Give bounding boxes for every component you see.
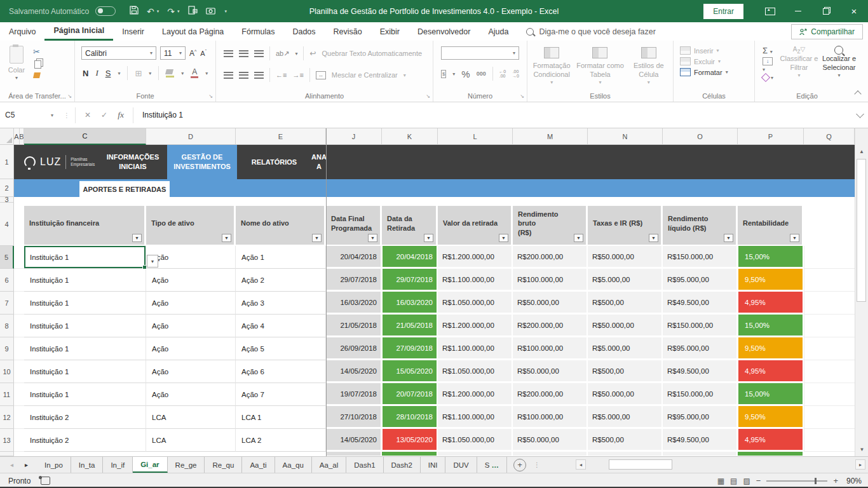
column-header-E[interactable]: E: [236, 128, 326, 145]
row-header-11[interactable]: 11: [0, 383, 14, 406]
horizontal-scroll-thumb[interactable]: [609, 459, 672, 470]
cell-profitability[interactable]: 4,95%: [738, 360, 804, 383]
row-header-7[interactable]: 7: [0, 292, 14, 315]
cell-final-date[interactable]: 27/10/2018: [326, 406, 382, 429]
decrease-decimal-icon[interactable]: .00→0: [512, 69, 519, 78]
cell-taxes[interactable]: R$500,00: [588, 429, 663, 452]
cell-asset-type[interactable]: Ação: [146, 269, 236, 292]
ribbon-tab-exibir[interactable]: Exibir: [371, 22, 409, 41]
scroll-right-icon[interactable]: ▸: [855, 459, 865, 470]
row-header-8[interactable]: 8: [0, 315, 14, 337]
borders-icon[interactable]: ⊞: [135, 69, 142, 78]
row-header-12[interactable]: 12: [0, 406, 14, 429]
cancel-entry-icon[interactable]: ✕: [85, 111, 91, 119]
cell-asset-name[interactable]: Ação 5: [236, 337, 326, 360]
horizontal-scrollbar[interactable]: ◂ ▸: [576, 457, 868, 472]
cell-asset-name[interactable]: Ação 4: [236, 315, 326, 337]
number-format-select[interactable]: ▾: [441, 46, 519, 60]
nav-tab-3[interactable]: ANA A: [311, 145, 327, 179]
macro-record-icon[interactable]: [41, 477, 50, 485]
vertical-scrollbar[interactable]: ▲ ▼: [855, 128, 868, 456]
cell-empty-q[interactable]: [804, 337, 855, 360]
minimize-button[interactable]: [784, 0, 812, 22]
cell-gross-income[interactable]: R$50.000,00: [513, 292, 588, 315]
row-header-4[interactable]: 4: [0, 203, 14, 246]
align-right-icon[interactable]: [254, 72, 264, 79]
cell-empty-q[interactable]: [804, 406, 855, 429]
sheet-tab-In_ta[interactable]: In_ta: [71, 457, 104, 473]
cell-profitability[interactable]: 4,95%: [738, 429, 804, 452]
ribbon-tab-ajuda[interactable]: Ajuda: [479, 22, 517, 41]
cell-final-date[interactable]: 20/04/2018: [326, 246, 382, 269]
cell-asset-type[interactable]: Ação: [146, 315, 236, 337]
sheet-tab-Aa_ti[interactable]: Aa_ti: [242, 457, 275, 473]
cell-withdraw-date[interactable]: 15/05/2020: [382, 360, 438, 383]
cut-icon[interactable]: ✂: [33, 47, 41, 57]
cell-asset-name[interactable]: Ação 6: [236, 360, 326, 383]
cell-empty-q[interactable]: [804, 246, 855, 269]
filter-icon[interactable]: ▼: [368, 234, 377, 242]
font-color-icon[interactable]: A: [191, 69, 198, 78]
zoom-slider[interactable]: [766, 480, 827, 482]
scroll-up-icon[interactable]: ▲: [855, 145, 868, 158]
fill-button[interactable]: ↓ ▾: [763, 57, 775, 72]
cell-empty-q[interactable]: [804, 315, 855, 337]
cell-asset-type[interactable]: Ação: [146, 337, 236, 360]
column-header-B[interactable]: B: [20, 128, 24, 145]
cell-empty-q[interactable]: [804, 360, 855, 383]
insert-function-icon[interactable]: fx: [118, 110, 124, 120]
cell-asset-name[interactable]: LCA 2: [236, 429, 326, 452]
cell-institution[interactable]: Instituição 1: [24, 360, 146, 383]
fill-color-icon[interactable]: [166, 69, 174, 78]
ribbon-tab-revisão[interactable]: Revisão: [325, 22, 371, 41]
cell-final-date[interactable]: 14/05/2020: [326, 360, 382, 383]
cell-empty-q[interactable]: [804, 269, 855, 292]
cell-asset-name[interactable]: Ação 2: [236, 269, 326, 292]
confirm-entry-icon[interactable]: ✓: [101, 111, 107, 119]
autosum-button[interactable]: Σ ▾: [763, 46, 775, 55]
filter-icon[interactable]: ▼: [132, 234, 142, 242]
cell-asset-type[interactable]: Ação: [146, 383, 236, 406]
cell-net-income[interactable]: R$49.500,00: [663, 429, 738, 452]
row-header-10[interactable]: 10: [0, 360, 14, 383]
cell-profitability[interactable]: 9,50%: [738, 406, 804, 429]
alignment-dialog-launcher[interactable]: ↘: [426, 93, 430, 99]
accounting-format-icon[interactable]: $: [441, 70, 446, 78]
cell-taxes[interactable]: R$50.000,00: [588, 383, 663, 406]
autosave-toggle[interactable]: [95, 6, 116, 16]
row-header-9[interactable]: 9: [0, 337, 14, 360]
align-top-icon[interactable]: [224, 50, 233, 57]
name-box[interactable]: C5 ▾: [0, 107, 58, 123]
cell-gross-income[interactable]: R$200.000,00: [513, 383, 588, 406]
filter-icon[interactable]: ▼: [424, 234, 433, 242]
cell-withdraw-value[interactable]: R$1.100.000,00: [438, 269, 513, 292]
cell-gross-income[interactable]: R$100.000,00: [513, 337, 588, 360]
filter-icon[interactable]: ▼: [724, 234, 733, 242]
filter-icon[interactable]: ▼: [222, 234, 231, 242]
cell-withdraw-date[interactable]: 21/05/2018: [382, 315, 438, 337]
page-layout-view-icon[interactable]: ▤: [730, 477, 737, 485]
bold-button[interactable]: N: [83, 69, 88, 78]
sheet-tab-In_po[interactable]: In_po: [37, 457, 71, 473]
filter-icon[interactable]: ▼: [312, 234, 322, 242]
share-button[interactable]: Compartilhar: [791, 24, 863, 39]
column-header-Q[interactable]: Q: [804, 128, 855, 145]
page-break-view-icon[interactable]: ▨: [743, 477, 750, 485]
cell-withdraw-date[interactable]: 16/03/2020: [382, 292, 438, 315]
cell-net-income[interactable]: R$150.000,00: [663, 246, 738, 269]
vertical-scroll-thumb[interactable]: [857, 159, 866, 302]
cell-asset-type[interactable]: Ação: [146, 246, 236, 269]
cell-institution[interactable]: Instituição 1: [24, 315, 146, 337]
column-header-O[interactable]: O: [663, 128, 738, 145]
column-header-L[interactable]: L: [438, 128, 513, 145]
cell-gross-income[interactable]: R$50.000,00: [513, 429, 588, 452]
cell-withdraw-date[interactable]: 20/04/2018: [382, 246, 438, 269]
sheet-tab-Dash1[interactable]: Dash1: [346, 457, 383, 473]
cell-withdraw-value[interactable]: R$1.200.000,00: [438, 246, 513, 269]
column-header-A[interactable]: A: [14, 128, 20, 145]
align-middle-icon[interactable]: [239, 50, 248, 57]
ribbon-tab-fórmulas[interactable]: Fórmulas: [233, 22, 283, 41]
nav-tab-1[interactable]: GESTÃO DE INVESTIMENTOS: [167, 145, 237, 179]
cell-net-income[interactable]: R$150.000,00: [663, 315, 738, 337]
copy-icon[interactable]: [34, 60, 41, 69]
